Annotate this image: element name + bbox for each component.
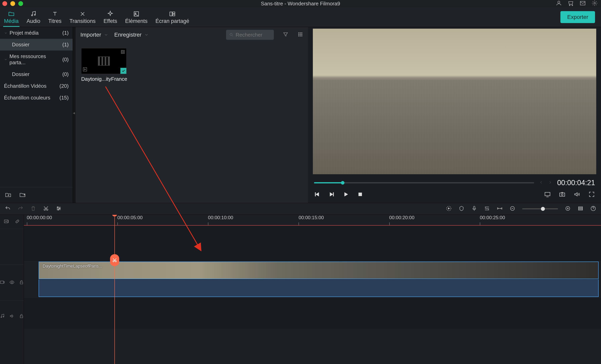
sidebar-item[interactable]: Échantillon Vidéos(20) <box>0 80 73 92</box>
new-folder-icon[interactable] <box>5 191 11 199</box>
timecode: 00:00:04:21 <box>557 179 595 187</box>
ruler-tick: 00:00:25:00 <box>480 215 505 220</box>
svg-point-48 <box>1 317 2 317</box>
track-overlay[interactable] <box>24 226 601 261</box>
sidebar-item[interactable]: Projet média(1) <box>0 27 73 39</box>
render-icon[interactable] <box>446 206 452 212</box>
scissor-handle[interactable] <box>110 254 119 266</box>
track-video[interactable]: DaytonightTimeLapseofParis... <box>24 261 601 297</box>
tab-titres[interactable]: Titres <box>44 7 66 27</box>
svg-point-2 <box>572 5 573 6</box>
svg-rect-9 <box>170 12 172 16</box>
window-controls <box>2 1 23 6</box>
timeline-tracks[interactable]: 00:00:00:0000:00:05:0000:00:10:0000:00:1… <box>24 215 601 364</box>
svg-point-0 <box>558 1 560 3</box>
account-icon[interactable] <box>556 0 562 7</box>
snapshot-icon[interactable] <box>559 191 566 198</box>
svg-point-15 <box>301 33 302 33</box>
stop-button[interactable] <box>357 191 363 198</box>
filter-icon[interactable] <box>283 31 289 38</box>
prev-frame-icon[interactable] <box>539 180 543 185</box>
preview-viewport[interactable] <box>313 29 596 174</box>
adjust-icon[interactable] <box>56 206 62 212</box>
play-button[interactable] <box>343 191 349 198</box>
video-clip[interactable]: DaytonightTimeLapseofParis... <box>39 262 599 279</box>
zoom-in-icon[interactable] <box>565 206 571 212</box>
record-button[interactable]: Enregistrer <box>114 32 149 38</box>
search-box[interactable] <box>226 30 274 40</box>
zoom-out-icon[interactable] <box>510 206 515 212</box>
delete-icon[interactable] <box>30 206 36 212</box>
zoom-slider[interactable] <box>522 208 558 209</box>
voiceover-icon[interactable] <box>471 206 477 212</box>
render-preview-icon[interactable] <box>544 191 551 198</box>
media-thumbnail[interactable]: Daytonig...ityFrance <box>81 48 127 82</box>
track-audio[interactable] <box>24 297 601 329</box>
cart-icon[interactable] <box>568 0 574 7</box>
add-track-icon[interactable] <box>4 218 10 225</box>
tab-transitions[interactable]: Transitions <box>65 7 100 27</box>
svg-rect-47 <box>20 282 23 284</box>
sidebar-item[interactable]: Dossier(0) <box>0 69 73 80</box>
playhead[interactable] <box>114 215 115 364</box>
close-window-button[interactable] <box>2 1 7 6</box>
sidebar-item[interactable]: Dossier(1) <box>0 39 73 50</box>
tab-effets[interactable]: Effets <box>100 7 121 27</box>
help-icon[interactable] <box>590 206 596 212</box>
timeline-ruler[interactable]: 00:00:00:0000:00:05:0000:00:10:0000:00:1… <box>24 215 601 226</box>
delete-folder-icon[interactable] <box>19 191 26 199</box>
sidebar-item[interactable]: Mes ressources parta...(0) <box>0 50 73 69</box>
step-back-button[interactable] <box>314 191 321 198</box>
svg-rect-26 <box>333 193 334 196</box>
sidebar-item[interactable]: Échantillon couleurs(15) <box>0 92 73 104</box>
svg-point-20 <box>300 36 301 36</box>
preview-panel: 00:00:04:21 <box>308 27 601 203</box>
mixer-icon[interactable] <box>484 206 490 212</box>
lock-icon[interactable] <box>19 280 24 286</box>
svg-point-18 <box>301 34 302 35</box>
next-frame-icon[interactable] <box>548 180 552 185</box>
grid-view-icon[interactable] <box>297 31 303 38</box>
fullscreen-window-button[interactable] <box>18 1 23 6</box>
seek-bar[interactable] <box>314 182 534 183</box>
tab-elements[interactable]: Éléments <box>121 7 152 27</box>
track-manager-icon[interactable] <box>578 206 583 212</box>
redo-icon[interactable] <box>18 206 23 212</box>
undo-icon[interactable] <box>5 206 11 212</box>
ruler-tick: 00:00:00:00 <box>27 215 52 220</box>
volume-icon[interactable] <box>573 191 580 198</box>
svg-point-46 <box>11 281 12 283</box>
sidebar-resize-handle[interactable] <box>73 27 76 203</box>
tab-media-label: Média <box>4 18 19 24</box>
video-track-icon <box>0 280 5 286</box>
svg-point-6 <box>34 14 35 15</box>
svg-rect-42 <box>579 209 582 210</box>
cut-icon[interactable] <box>43 206 49 212</box>
minimize-window-button[interactable] <box>10 1 15 6</box>
clip-audio[interactable] <box>39 279 599 297</box>
lock-audio-icon[interactable] <box>19 314 24 319</box>
marker-icon[interactable] <box>459 206 464 212</box>
mail-icon[interactable] <box>580 0 586 7</box>
step-forward-button[interactable] <box>328 191 335 198</box>
clip-info-icon <box>120 49 125 55</box>
tab-media[interactable]: Média <box>0 7 23 27</box>
search-input[interactable] <box>236 32 271 38</box>
import-button[interactable]: Importer <box>80 32 108 38</box>
settings-icon[interactable] <box>591 0 598 7</box>
tab-ecran-partage[interactable]: Écran partagé <box>151 7 193 27</box>
link-icon[interactable] <box>14 218 20 225</box>
svg-rect-3 <box>580 1 585 5</box>
visibility-icon[interactable] <box>9 280 15 286</box>
svg-point-13 <box>299 33 299 33</box>
fit-icon[interactable] <box>497 206 503 212</box>
svg-rect-11 <box>172 14 175 16</box>
used-check-icon <box>120 68 126 74</box>
add-clip-icon[interactable] <box>83 67 87 73</box>
export-button[interactable]: Exporter <box>561 11 595 23</box>
fullscreen-icon[interactable] <box>588 191 595 198</box>
timeline: 00:00:00:0000:00:05:0000:00:10:0000:00:1… <box>0 215 601 364</box>
tab-audio[interactable]: Audio <box>23 7 44 27</box>
tab-transitions-label: Transitions <box>70 18 96 24</box>
mute-icon[interactable] <box>9 314 15 319</box>
